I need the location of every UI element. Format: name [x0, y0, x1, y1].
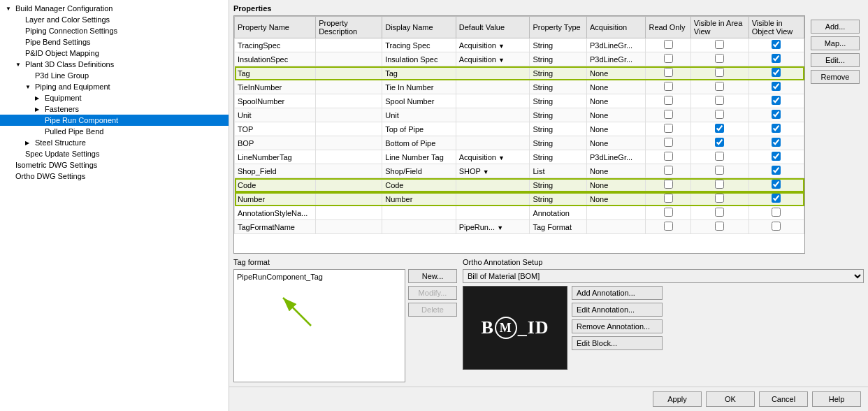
cell-visible-area[interactable] — [690, 178, 748, 192]
cell-visible-area[interactable] — [690, 150, 748, 164]
visible-obj-checkbox[interactable] — [772, 180, 781, 189]
cell-visible-obj[interactable] — [748, 220, 804, 234]
cell-visible-obj[interactable] — [748, 122, 804, 136]
cell-visible-obj[interactable] — [748, 178, 804, 192]
table-row[interactable]: NumberNumberStringNone — [235, 192, 804, 206]
visible-obj-checkbox[interactable] — [772, 96, 781, 105]
cell-visible-obj[interactable] — [748, 52, 804, 66]
table-row[interactable]: UnitUnitStringNone — [235, 108, 804, 122]
sidebar-item-pid-mapping[interactable]: P&ID Object Mapping — [0, 48, 229, 59]
cell-visible-obj[interactable] — [748, 136, 804, 150]
visible-area-checkbox[interactable] — [715, 208, 724, 217]
cell-readonly[interactable] — [646, 38, 690, 52]
visible-obj-checkbox[interactable] — [772, 166, 781, 175]
visible-obj-checkbox[interactable] — [772, 124, 781, 133]
visible-area-checkbox[interactable] — [715, 152, 724, 161]
table-row[interactable]: Shop_FieldShop/FieldSHOP ▼ListNone — [235, 164, 804, 178]
table-row[interactable]: TieInNumberTie In NumberStringNone — [235, 80, 804, 94]
visible-obj-checkbox[interactable] — [772, 68, 781, 77]
cell-visible-obj[interactable] — [748, 108, 804, 122]
cell-readonly[interactable] — [646, 206, 690, 220]
cell-readonly[interactable] — [646, 192, 690, 206]
cell-visible-area[interactable] — [690, 192, 748, 206]
table-row[interactable]: TagFormatNamePipeRun... ▼Tag Format — [235, 220, 804, 234]
visible-area-checkbox[interactable] — [715, 40, 724, 49]
map-button[interactable]: Map... — [811, 36, 860, 50]
visible-obj-checkbox[interactable] — [772, 40, 781, 49]
cell-readonly[interactable] — [646, 122, 690, 136]
remove-button[interactable]: Remove — [811, 70, 860, 84]
table-row[interactable]: AnnotationStyleNa...Annotation — [235, 206, 804, 220]
cell-readonly[interactable] — [646, 178, 690, 192]
cell-readonly[interactable] — [646, 220, 690, 234]
cell-readonly[interactable] — [646, 94, 690, 108]
readonly-checkbox[interactable] — [664, 110, 673, 119]
readonly-checkbox[interactable] — [664, 180, 673, 189]
cell-visible-obj[interactable] — [748, 38, 804, 52]
visible-area-checkbox[interactable] — [715, 194, 724, 203]
edit-annotation-button[interactable]: Edit Annotation... — [572, 303, 663, 317]
delete-button[interactable]: Delete — [408, 303, 457, 317]
visible-area-checkbox[interactable] — [715, 54, 724, 63]
visible-obj-checkbox[interactable] — [772, 138, 781, 147]
readonly-checkbox[interactable] — [664, 194, 673, 203]
cell-visible-area[interactable] — [690, 220, 748, 234]
table-row[interactable]: TracingSpecTracing SpecAcquisition ▼Stri… — [235, 38, 804, 52]
edit-button[interactable]: Edit... — [811, 53, 860, 67]
apply-button[interactable]: Apply — [653, 391, 702, 407]
visible-obj-checkbox[interactable] — [772, 110, 781, 119]
sidebar-item-spec-update[interactable]: Spec Update Settings — [0, 148, 229, 159]
visible-obj-checkbox[interactable] — [772, 222, 781, 231]
cell-readonly[interactable] — [646, 136, 690, 150]
visible-area-checkbox[interactable] — [715, 138, 724, 147]
cell-visible-obj[interactable] — [748, 164, 804, 178]
cell-visible-area[interactable] — [690, 108, 748, 122]
cell-visible-area[interactable] — [690, 206, 748, 220]
readonly-checkbox[interactable] — [664, 166, 673, 175]
modify-button[interactable]: Modify... — [408, 286, 457, 300]
visible-area-checkbox[interactable] — [715, 82, 724, 91]
table-row[interactable]: LineNumberTagLine Number TagAcquisition … — [235, 150, 804, 164]
visible-area-checkbox[interactable] — [715, 110, 724, 119]
readonly-checkbox[interactable] — [664, 96, 673, 105]
new-button[interactable]: New... — [408, 269, 457, 283]
cell-readonly[interactable] — [646, 80, 690, 94]
visible-obj-checkbox[interactable] — [772, 152, 781, 161]
cell-readonly[interactable] — [646, 150, 690, 164]
visible-obj-checkbox[interactable] — [772, 194, 781, 203]
visible-area-checkbox[interactable] — [715, 180, 724, 189]
readonly-checkbox[interactable] — [664, 152, 673, 161]
visible-area-checkbox[interactable] — [715, 222, 724, 231]
cell-visible-obj[interactable] — [748, 80, 804, 94]
cell-visible-area[interactable] — [690, 80, 748, 94]
cell-visible-obj[interactable] — [748, 150, 804, 164]
visible-area-checkbox[interactable] — [715, 166, 724, 175]
sidebar-item-equipment[interactable]: ▶Equipment — [0, 92, 229, 103]
ortho-dropdown[interactable]: Bill of Material [BOM] — [463, 269, 864, 283]
sidebar-item-pipe-bend[interactable]: Pipe Bend Settings — [0, 36, 229, 48]
cancel-button[interactable]: Cancel — [759, 391, 808, 407]
cell-readonly[interactable] — [646, 108, 690, 122]
sidebar-item-layer-color[interactable]: Layer and Color Settings — [0, 14, 229, 25]
cell-visible-area[interactable] — [690, 164, 748, 178]
sidebar-item-plant-3d-class[interactable]: ▼Plant 3D Class Definitions — [0, 59, 229, 70]
table-row[interactable]: TOPTop of PipeStringNone — [235, 122, 804, 136]
cell-visible-area[interactable] — [690, 94, 748, 108]
visible-area-checkbox[interactable] — [715, 96, 724, 105]
table-row[interactable]: InsulationSpecInsulation SpecAcquisition… — [235, 52, 804, 66]
table-row[interactable]: BOPBottom of PipeStringNone — [235, 136, 804, 150]
sidebar-item-isometric-dwg[interactable]: Isometric DWG Settings — [0, 159, 229, 171]
cell-visible-area[interactable] — [690, 38, 748, 52]
table-row[interactable]: SpoolNumberSpool NumberStringNone — [235, 94, 804, 108]
cell-readonly[interactable] — [646, 52, 690, 66]
cell-visible-area[interactable] — [690, 136, 748, 150]
cell-visible-obj[interactable] — [748, 66, 804, 80]
readonly-checkbox[interactable] — [664, 222, 673, 231]
visible-obj-checkbox[interactable] — [772, 208, 781, 217]
readonly-checkbox[interactable] — [664, 208, 673, 217]
cell-visible-obj[interactable] — [748, 94, 804, 108]
sidebar-item-steel-structure[interactable]: ▶Steel Structure — [0, 137, 229, 148]
help-button[interactable]: Help — [812, 391, 861, 407]
readonly-checkbox[interactable] — [664, 138, 673, 147]
visible-area-checkbox[interactable] — [715, 68, 724, 77]
